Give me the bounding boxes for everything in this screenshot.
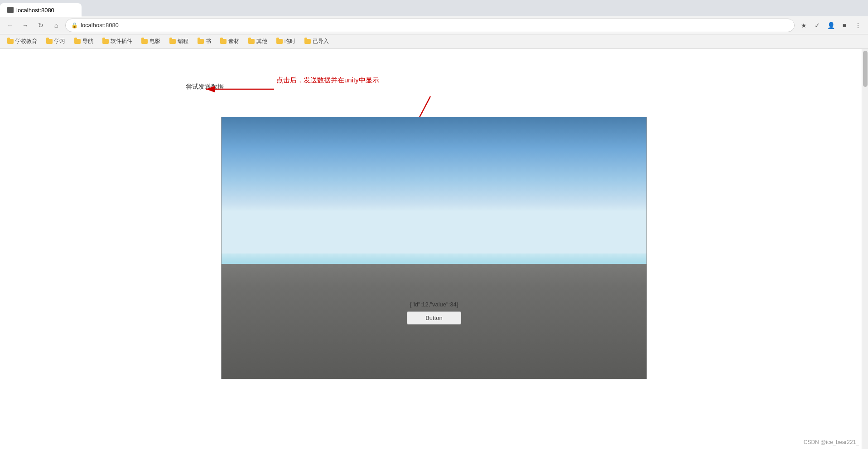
bookmark-nav[interactable]: 导航 (71, 36, 97, 47)
tab-label: localhost:8080 (16, 7, 54, 14)
bookmark-label: 已导入 (313, 38, 329, 45)
extensions-button[interactable]: ■ (838, 19, 851, 32)
tab-bar: localhost:8080 (0, 0, 868, 16)
address-bar[interactable]: 🔒 localhost:8080 (65, 19, 795, 32)
folder-icon (304, 39, 311, 44)
horizontal-arrow-svg (204, 82, 276, 96)
menu-button[interactable]: ⋮ (852, 19, 864, 32)
folder-icon (169, 39, 176, 44)
folder-icon (248, 39, 255, 44)
lock-icon: 🔒 (71, 22, 78, 29)
bookmark-temp[interactable]: 临时 (273, 36, 299, 47)
bookmark-label: 软件插件 (111, 38, 132, 45)
home-button[interactable]: ⌂ (50, 19, 63, 32)
bookmark-plugins[interactable]: 软件插件 (99, 36, 136, 47)
scrollbar[interactable] (862, 49, 868, 449)
unity-canvas: {"id":12,"value":34} Button (221, 117, 647, 379)
address-text: localhost:8080 (81, 22, 119, 29)
folder-icon (198, 39, 204, 44)
bookmark-other[interactable]: 其他 (245, 36, 271, 47)
bookmark-label: 导航 (82, 38, 93, 45)
reload-button[interactable]: ↻ (34, 19, 47, 32)
bookmark-label: 编程 (178, 38, 188, 45)
unity-ui-overlay: {"id":12,"value":34} Button (222, 301, 646, 325)
bookmark-label: 素材 (228, 38, 239, 45)
sky-background (222, 117, 646, 274)
bookmarks-bar: 学校教育 学习 导航 软件插件 电影 编程 书 素材 (0, 34, 868, 49)
scrollbar-thumb[interactable] (863, 51, 868, 87)
folder-icon (220, 39, 227, 44)
browser-chrome: localhost:8080 ← → ↻ ⌂ 🔒 localhost:8080 … (0, 0, 868, 49)
folder-icon (276, 39, 283, 44)
bookmark-books[interactable]: 书 (194, 36, 215, 47)
bookmark-coding[interactable]: 编程 (166, 36, 192, 47)
bookmark-movies[interactable]: 电影 (138, 36, 164, 47)
unity-display-text: {"id":12,"value":34} (410, 301, 458, 308)
nav-actions: ★ ✓ 👤 ■ ⋮ (797, 19, 864, 32)
bookmark-star-button[interactable]: ★ (797, 19, 810, 32)
bookmark-label: 学校教育 (15, 38, 37, 45)
annotation-area: 尝试发送数据 点击后，发送数据并在unity中显示 (9, 58, 859, 117)
profile-button[interactable]: 👤 (825, 19, 837, 32)
folder-icon (46, 39, 53, 44)
annotation-text: 点击后，发送数据并在unity中显示 (276, 76, 379, 85)
bookmark-label: 电影 (149, 38, 160, 45)
bookmark-label: 其他 (256, 38, 267, 45)
bookmark-label: 临时 (285, 38, 295, 45)
tab-favicon (7, 7, 14, 13)
folder-icon (7, 39, 14, 44)
bookmark-imported[interactable]: 已导入 (301, 36, 333, 47)
grammarly-button[interactable]: ✓ (811, 19, 824, 32)
bookmark-study[interactable]: 学习 (43, 36, 69, 47)
bookmark-label: 学习 (54, 38, 65, 45)
unity-button[interactable]: Button (407, 311, 461, 325)
page-content: 尝试发送数据 点击后，发送数据并在unity中显示 (0, 49, 868, 449)
back-button[interactable]: ← (4, 19, 16, 32)
bookmark-label: 书 (206, 38, 211, 45)
nav-bar: ← → ↻ ⌂ 🔒 localhost:8080 ★ ✓ 👤 ■ ⋮ (0, 16, 868, 34)
forward-button[interactable]: → (19, 19, 32, 32)
csdn-watermark: CSDN @ice_bear221_ (804, 439, 859, 445)
folder-icon (102, 39, 109, 44)
folder-icon (74, 39, 81, 44)
bookmark-materials[interactable]: 素材 (217, 36, 243, 47)
active-tab[interactable]: localhost:8080 (0, 3, 82, 17)
folder-icon (141, 39, 148, 44)
bookmark-school[interactable]: 学校教育 (4, 36, 41, 47)
